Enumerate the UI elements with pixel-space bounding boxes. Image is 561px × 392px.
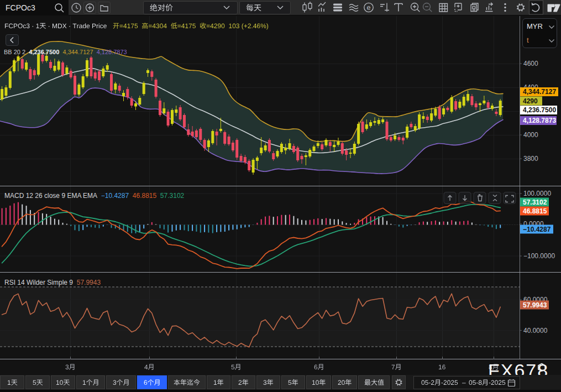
svg-text:4,236.7500: 4,236.7500 bbox=[523, 106, 556, 114]
svg-text:−100.0000: −100.0000 bbox=[523, 252, 555, 260]
svg-text:e: e bbox=[367, 4, 371, 12]
svg-text:100.0000: 100.0000 bbox=[523, 190, 551, 197]
svg-text:57.9943: 57.9943 bbox=[523, 301, 547, 309]
svg-text:57.3102: 57.3102 bbox=[523, 198, 547, 206]
svg-text:4,344.7127: 4,344.7127 bbox=[523, 88, 556, 96]
svg-text:40.0000: 40.0000 bbox=[523, 327, 548, 334]
svg-text:46.8815: 46.8815 bbox=[523, 207, 547, 215]
svg-text:−10.4287: −10.4287 bbox=[523, 226, 551, 233]
svg-text:4,128.7873: 4,128.7873 bbox=[523, 117, 556, 124]
svg-text:4600: 4600 bbox=[523, 60, 538, 67]
svg-text:3800: 3800 bbox=[523, 155, 538, 163]
svg-text:4290: 4290 bbox=[523, 97, 538, 105]
svg-text:4000: 4000 bbox=[523, 131, 538, 139]
